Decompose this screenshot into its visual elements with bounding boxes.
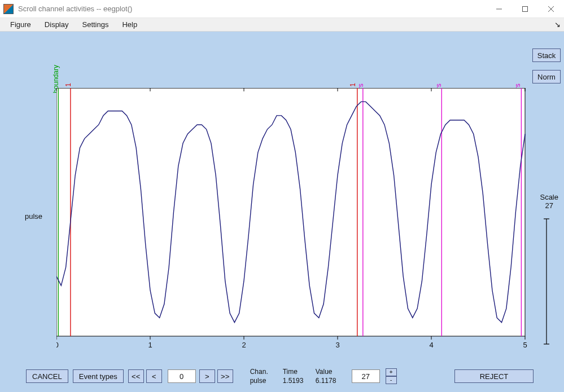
nav-next-button[interactable]: > — [199, 369, 215, 383]
cursor-info: Chan. Time Value pulse 1.5193 6.1178 — [250, 367, 340, 385]
nav-group: << < 0 > >> — [128, 369, 235, 383]
minimize-icon — [496, 6, 502, 12]
info-header-time: Time — [283, 367, 308, 376]
nav-position-input[interactable]: 0 — [168, 369, 196, 383]
svg-rect-1 — [523, 6, 528, 11]
scale-value-input[interactable]: 27 — [352, 369, 380, 383]
scale-plus-button[interactable]: + — [386, 368, 397, 376]
scale-label-block: Scale 27 — [540, 193, 558, 210]
svg-text:2: 2 — [242, 341, 246, 349]
scale-stepper: + - — [386, 368, 397, 384]
close-button[interactable] — [538, 0, 564, 18]
svg-rect-4 — [56, 88, 525, 336]
scale-label: Scale — [540, 193, 558, 201]
info-value-chan: pulse — [250, 376, 275, 385]
svg-text:4: 4 — [429, 341, 433, 349]
maximize-button[interactable] — [512, 0, 538, 18]
info-header-chan: Chan. — [250, 367, 275, 376]
app-icon — [3, 4, 14, 14]
titlebar: Scroll channel activities -- eegplot() — [0, 0, 564, 18]
cancel-button[interactable]: CANCEL — [26, 369, 68, 383]
bottom-toolbar: CANCEL Event types << < 0 > >> Chan. Tim… — [0, 364, 564, 389]
svg-text:3: 3 — [335, 341, 339, 349]
scale-minus-button[interactable]: - — [386, 376, 397, 384]
maximize-icon — [522, 6, 528, 12]
window-title: Scroll channel activities -- eegplot() — [18, 5, 132, 13]
main-area: Stack Norm pulse boundary S 1 S 1 qrs qr… — [0, 32, 564, 392]
scale-label-value: 27 — [540, 201, 558, 210]
channel-label: pulse — [25, 212, 42, 221]
nav-first-button[interactable]: << — [128, 369, 144, 383]
menu-display[interactable]: Display — [38, 19, 76, 30]
menubar: Figure Display Settings Help ↘ — [0, 18, 564, 32]
event-types-button[interactable]: Event types — [73, 369, 124, 383]
reject-button[interactable]: REJECT — [454, 369, 534, 383]
menu-overflow-icon[interactable]: ↘ — [554, 20, 561, 29]
svg-text:0: 0 — [56, 341, 59, 349]
menu-help[interactable]: Help — [115, 19, 144, 30]
scale-bar — [544, 219, 549, 344]
plot-area[interactable]: pulse boundary S 1 S 1 qrs qrs qrs 01234… — [26, 49, 561, 358]
info-value-value: 6.1178 — [316, 376, 340, 385]
menu-settings[interactable]: Settings — [75, 19, 115, 30]
minimize-button[interactable] — [486, 0, 512, 18]
close-icon — [548, 6, 554, 12]
info-value-time: 1.5193 — [283, 376, 308, 385]
nav-last-button[interactable]: >> — [217, 369, 233, 383]
menu-figure[interactable]: Figure — [3, 19, 38, 30]
window-controls — [486, 0, 564, 18]
info-header-value: Value — [316, 367, 340, 376]
plot-svg[interactable]: 012345 — [56, 88, 559, 381]
svg-text:5: 5 — [523, 341, 527, 349]
svg-text:1: 1 — [148, 341, 152, 349]
nav-prev-button[interactable]: < — [146, 369, 162, 383]
